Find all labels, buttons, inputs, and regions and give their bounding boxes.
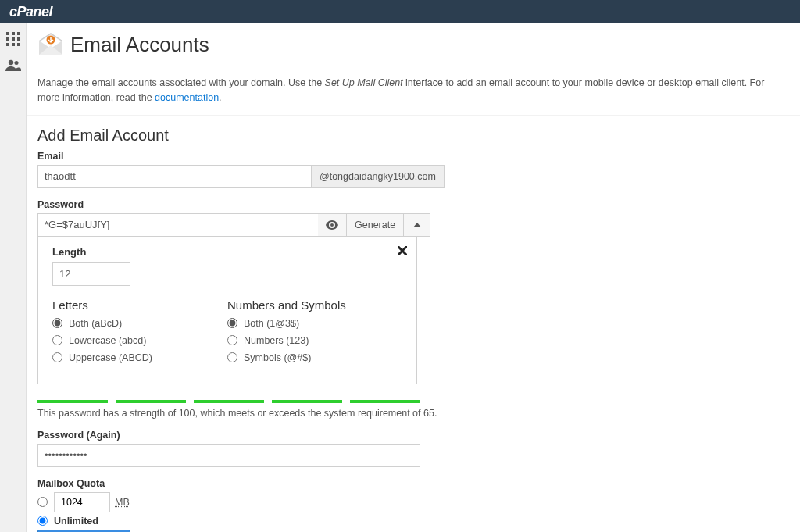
close-icon — [398, 246, 407, 255]
quota-unlimited-radio[interactable] — [38, 516, 48, 526]
strength-bar — [272, 400, 342, 403]
caret-up-icon — [413, 223, 421, 227]
quota-unit: MB — [115, 497, 130, 508]
page-description: Manage the email accounts associated wit… — [27, 66, 800, 116]
length-label: Length — [52, 246, 402, 258]
password-again-label: Password (Again) — [38, 430, 789, 441]
svg-marker-16 — [413, 223, 421, 227]
generate-options-toggle[interactable] — [404, 213, 430, 237]
users-icon[interactable] — [5, 58, 21, 73]
quota-unlimited-row: Unlimited — [38, 516, 789, 527]
strength-bar — [194, 400, 264, 403]
page-title: Email Accounts — [70, 33, 209, 57]
password-input[interactable] — [38, 213, 318, 237]
email-label: Email — [38, 151, 789, 162]
eye-icon — [326, 220, 338, 230]
strength-bar — [116, 400, 186, 403]
quota-label: Mailbox Quota — [38, 478, 789, 489]
svg-point-10 — [14, 61, 18, 65]
strength-bar — [350, 400, 420, 403]
svg-rect-0 — [6, 32, 9, 35]
letters-both[interactable]: Both (aBcD) — [52, 318, 227, 329]
svg-rect-7 — [12, 43, 15, 46]
svg-rect-4 — [12, 37, 15, 41]
close-panel-button[interactable] — [398, 245, 407, 259]
length-input[interactable] — [52, 262, 130, 286]
generate-panel: Length Letters Both (aBcD) Lowercase (ab… — [38, 237, 417, 384]
symbols-only[interactable]: Symbols (@#$) — [227, 352, 402, 363]
generate-columns: Letters Both (aBcD) Lowercase (abcd) Upp… — [52, 298, 402, 370]
strength-meter — [38, 400, 420, 403]
page-header: Email Accounts — [27, 23, 800, 66]
password-again-input[interactable] — [38, 444, 420, 467]
generate-password-button[interactable]: Generate — [347, 213, 404, 237]
svg-rect-2 — [17, 32, 20, 35]
numbers-both[interactable]: Both (1@3$) — [227, 318, 402, 329]
reveal-password-button[interactable] — [318, 213, 347, 237]
documentation-link[interactable]: documentation — [155, 92, 219, 103]
strength-bar — [38, 400, 108, 403]
section-title: Add Email Account — [38, 127, 789, 145]
quota-fixed-radio[interactable] — [38, 497, 48, 507]
email-row: @tongdaidangky1900.com — [38, 165, 789, 188]
main: Email Accounts Manage the email accounts… — [27, 23, 800, 532]
numbers-title: Numbers and Symbols — [227, 298, 402, 312]
quota-fixed-row: MB — [38, 492, 789, 512]
add-email-section: Add Email Account Email @tongdaidangky19… — [27, 116, 800, 533]
topbar: cPanel — [0, 0, 800, 23]
svg-rect-1 — [12, 32, 15, 35]
layout: Email Accounts Manage the email accounts… — [0, 23, 800, 532]
letters-lowercase[interactable]: Lowercase (abcd) — [52, 335, 227, 346]
apps-grid-icon[interactable] — [5, 31, 21, 47]
svg-point-9 — [8, 60, 12, 65]
svg-rect-5 — [17, 37, 20, 41]
email-icon — [38, 31, 64, 58]
password-label: Password — [38, 199, 789, 210]
create-account-button[interactable]: Create Account — [38, 530, 130, 533]
svg-rect-3 — [6, 37, 9, 41]
numbers-column: Numbers and Symbols Both (1@3$) Numbers … — [227, 298, 402, 370]
email-input[interactable] — [38, 165, 311, 188]
letters-title: Letters — [52, 298, 227, 312]
quota-input[interactable] — [54, 492, 110, 512]
svg-rect-8 — [17, 43, 20, 46]
letters-column: Letters Both (aBcD) Lowercase (abcd) Upp… — [52, 298, 227, 370]
password-row: Generate — [38, 213, 789, 237]
letters-uppercase[interactable]: Uppercase (ABCD) — [52, 352, 227, 363]
svg-rect-6 — [6, 43, 9, 46]
domain-badge: @tongdaidangky1900.com — [311, 165, 445, 188]
numbers-only[interactable]: Numbers (123) — [227, 335, 402, 346]
unlimited-label: Unlimited — [54, 516, 98, 527]
sidebar — [0, 23, 27, 532]
brand-logo: cPanel — [9, 4, 52, 20]
strength-text: This password has a strength of 100, whi… — [38, 408, 789, 419]
